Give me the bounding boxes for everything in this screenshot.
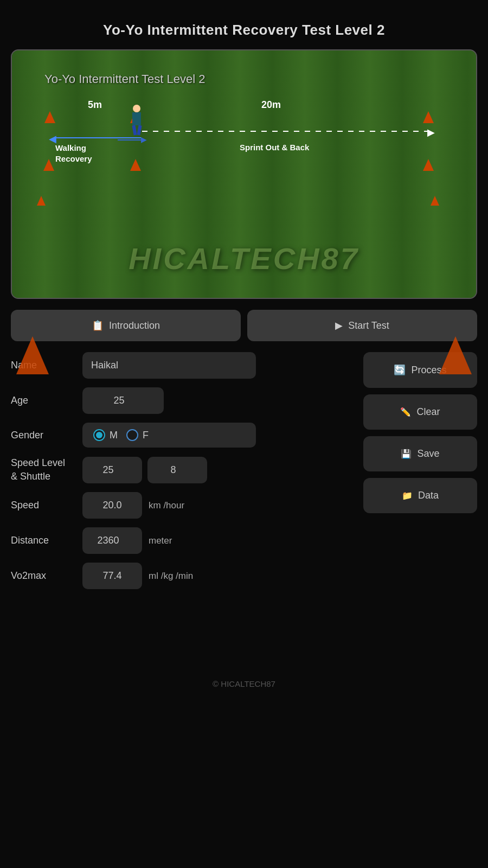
walking-label: WalkingRecovery bbox=[55, 143, 92, 164]
age-label: Age bbox=[11, 395, 76, 406]
decoration-cone-right bbox=[439, 336, 472, 374]
gender-male-option[interactable]: M bbox=[93, 429, 118, 441]
book-icon bbox=[92, 320, 104, 331]
vo2max-row: Vo2max ml /kg /min bbox=[11, 563, 352, 589]
gender-male-label: M bbox=[110, 430, 118, 441]
speed-unit: km /hour bbox=[149, 500, 184, 511]
name-input[interactable] bbox=[82, 352, 256, 379]
speed-level-label: Speed Level& Shuttle bbox=[11, 456, 76, 483]
side-buttons: Process Clear Save Data bbox=[363, 352, 477, 513]
page-title: Yo-Yo Intermittent Recovery Test Level 2 bbox=[103, 22, 385, 39]
save-icon bbox=[401, 448, 412, 459]
speed-level-input[interactable] bbox=[82, 457, 142, 483]
video-panel: Yo-Yo Intermittent Test Level 2 5m 20m ▶… bbox=[11, 49, 477, 299]
player-figure bbox=[129, 105, 145, 137]
name-row: Name bbox=[11, 352, 352, 379]
test-title: Yo-Yo Intermittent Test Level 2 bbox=[44, 72, 205, 86]
vo2max-label: Vo2max bbox=[11, 570, 76, 582]
distance-label: Distance bbox=[11, 535, 76, 546]
speed-row: Speed km /hour bbox=[11, 492, 352, 519]
distance-row: Distance meter bbox=[11, 527, 352, 554]
decoration-cone-left bbox=[16, 336, 49, 374]
main-content: Name Age Gender M F bbox=[11, 352, 477, 598]
sprint-label: Sprint Out & Back bbox=[240, 143, 309, 152]
cone-icon bbox=[44, 111, 55, 123]
footer: © HICALTECH87 bbox=[196, 663, 292, 705]
speed-level-row: Speed Level& Shuttle bbox=[11, 456, 352, 483]
distance-5m-label: 5m bbox=[88, 99, 102, 111]
shuttle-input[interactable] bbox=[147, 457, 207, 483]
vo2max-input[interactable] bbox=[82, 563, 142, 589]
gender-female-option[interactable]: F bbox=[126, 429, 149, 441]
age-input[interactable] bbox=[82, 387, 164, 414]
cone-icon bbox=[431, 196, 439, 206]
clear-button[interactable]: Clear bbox=[363, 394, 477, 430]
vo2max-unit: ml /kg /min bbox=[149, 571, 193, 582]
cone-icon bbox=[37, 196, 46, 206]
distance-20m-label: 20m bbox=[261, 99, 281, 111]
data-button[interactable]: Data bbox=[363, 478, 477, 513]
gender-label: Gender bbox=[11, 430, 76, 441]
radio-male[interactable] bbox=[93, 429, 105, 441]
clear-icon bbox=[400, 406, 411, 418]
watermark: HICALTECH87 bbox=[129, 241, 359, 276]
distance-input[interactable] bbox=[82, 527, 142, 554]
cone-icon bbox=[43, 159, 54, 171]
gender-female-label: F bbox=[143, 430, 149, 441]
data-icon bbox=[402, 490, 413, 501]
speed-label: Speed bbox=[11, 500, 76, 511]
process-icon bbox=[394, 364, 406, 376]
form-section: Name Age Gender M F bbox=[11, 352, 352, 598]
distance-unit: meter bbox=[149, 535, 172, 546]
play-icon bbox=[335, 320, 343, 331]
gender-group: M F bbox=[82, 423, 256, 448]
age-row: Age bbox=[11, 387, 352, 414]
radio-female[interactable] bbox=[126, 429, 138, 441]
gender-row: Gender M F bbox=[11, 423, 352, 448]
sprint-line bbox=[142, 131, 433, 132]
speed-level-inputs bbox=[82, 457, 207, 483]
cone-icon bbox=[130, 159, 141, 171]
radio-dot-male bbox=[96, 432, 102, 438]
speed-input[interactable] bbox=[82, 492, 142, 519]
save-button[interactable]: Save bbox=[363, 436, 477, 471]
sprint-arrow-right: ▶ bbox=[427, 126, 435, 138]
recovery-line bbox=[54, 137, 141, 138]
tab-row: Introduction Start Test bbox=[11, 310, 477, 341]
cone-icon bbox=[423, 111, 434, 123]
cone-icon bbox=[423, 159, 434, 171]
